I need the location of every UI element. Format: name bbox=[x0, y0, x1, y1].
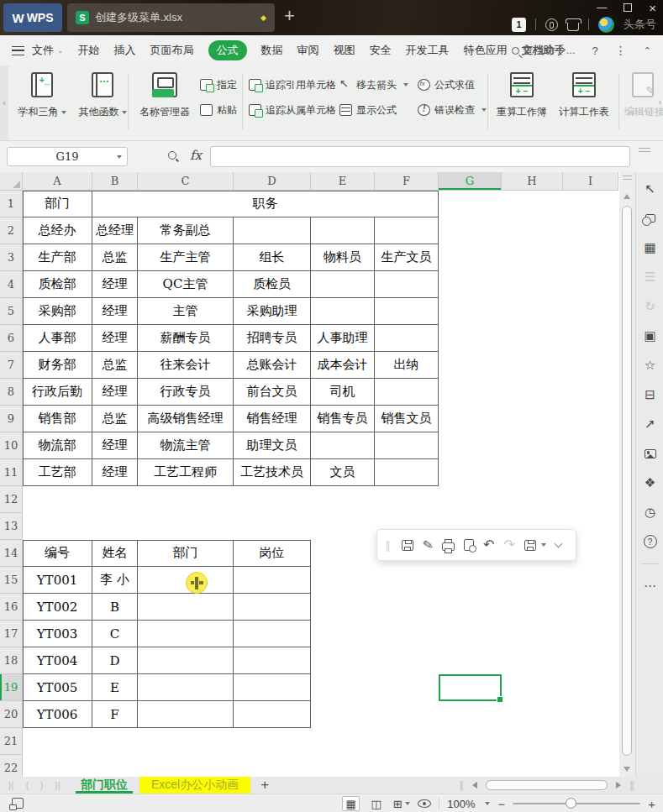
cell-E9[interactable]: 销售专员 bbox=[311, 406, 375, 432]
cell-A3[interactable]: 生产部 bbox=[23, 244, 92, 271]
cell-C7[interactable]: 往来会计 bbox=[138, 352, 234, 379]
cell-E8[interactable]: 司机 bbox=[311, 379, 375, 406]
vertical-scrollbar[interactable] bbox=[619, 172, 635, 777]
star-icon[interactable]: ☆ bbox=[636, 353, 663, 378]
flower-icon[interactable]: ❖ bbox=[636, 470, 663, 495]
cell-C8[interactable]: 行政专员 bbox=[138, 379, 234, 406]
normal-view-icon[interactable]: ▦ bbox=[342, 796, 360, 811]
ribbon-expand-right-icon[interactable]: › bbox=[659, 97, 661, 107]
cell-C5[interactable]: 主管 bbox=[138, 298, 234, 325]
cell-B7[interactable]: 总监 bbox=[92, 352, 138, 379]
cell-C20[interactable] bbox=[138, 701, 234, 728]
cell-E7[interactable]: 成本会计 bbox=[311, 352, 375, 379]
cell-D20[interactable] bbox=[234, 701, 311, 728]
refresh-icon[interactable]: ↻ bbox=[636, 294, 663, 319]
cell-A6[interactable]: 人事部 bbox=[23, 325, 92, 352]
cell-C3[interactable]: 生产主管 bbox=[138, 244, 234, 271]
cell-F2[interactable] bbox=[375, 217, 439, 244]
cell-A17[interactable]: YT003 bbox=[23, 621, 92, 647]
row-header-6[interactable]: 6 bbox=[0, 325, 23, 352]
math-trig-button[interactable]: 学和三角 bbox=[10, 72, 74, 119]
cell-A16[interactable]: YT002 bbox=[23, 594, 92, 621]
notification-badge[interactable]: 1 bbox=[512, 18, 526, 32]
fx-icon[interactable]: fx bbox=[190, 148, 202, 163]
cell-B17[interactable]: C bbox=[92, 621, 138, 647]
cell-B2[interactable]: 总经理 bbox=[92, 217, 138, 244]
error-check-button[interactable]: 错误检查 bbox=[418, 97, 487, 123]
print-icon[interactable] bbox=[442, 542, 455, 551]
cell-D3[interactable]: 组长 bbox=[234, 244, 311, 271]
name-box[interactable]: G19 bbox=[7, 147, 128, 166]
cell-F11[interactable] bbox=[375, 459, 439, 486]
find-command[interactable]: 查找命令... bbox=[512, 43, 576, 58]
scroll-down-icon[interactable] bbox=[624, 767, 630, 772]
row-header-17[interactable]: 17 bbox=[0, 621, 23, 647]
more-dots-icon[interactable]: ⋮ bbox=[615, 44, 627, 57]
row-header-12[interactable]: 12 bbox=[0, 486, 23, 513]
hamburger-menu-icon[interactable] bbox=[12, 46, 24, 55]
split-handle[interactable]: ∥ bbox=[629, 779, 634, 791]
cell-D7[interactable]: 总账会计 bbox=[234, 352, 311, 379]
cell-B19[interactable]: E bbox=[92, 674, 138, 701]
cell-A1[interactable]: 部门 bbox=[23, 191, 92, 217]
scroll-up-icon[interactable] bbox=[624, 194, 630, 199]
zoom-out-button[interactable]: − bbox=[497, 797, 505, 811]
cell-A15[interactable]: YT001 bbox=[23, 567, 92, 594]
menu-tab-审阅[interactable]: 审阅 bbox=[297, 43, 319, 58]
cell-C18[interactable] bbox=[138, 647, 234, 674]
cell-F7[interactable]: 出纳 bbox=[375, 352, 439, 379]
prev-sheet-icon[interactable]: ⟨ bbox=[25, 780, 29, 791]
undo-icon[interactable]: ↶ bbox=[483, 538, 494, 552]
shapes-icon[interactable] bbox=[636, 206, 663, 231]
formula-bar-resize-handle[interactable] bbox=[639, 148, 650, 152]
menu-tab-开发工具[interactable]: 开发工具 bbox=[406, 43, 450, 58]
zoom-slider[interactable] bbox=[513, 803, 640, 804]
cell-A11[interactable]: 工艺部 bbox=[23, 459, 92, 486]
cell-C2[interactable]: 常务副总 bbox=[138, 217, 234, 244]
menu-tab-页面布局[interactable]: 页面布局 bbox=[150, 43, 194, 58]
cell-B4[interactable]: 经理 bbox=[92, 271, 138, 298]
save-icon[interactable] bbox=[402, 540, 413, 551]
column-header-E[interactable]: E bbox=[311, 172, 375, 191]
drag-handle[interactable]: ∥ bbox=[385, 539, 392, 552]
document-tab[interactable]: S 创建多级菜单.xlsx ◆ bbox=[67, 3, 275, 32]
menu-tab-安全[interactable]: 安全 bbox=[370, 43, 392, 58]
print-preview-icon[interactable] bbox=[464, 539, 474, 551]
save-more-button[interactable] bbox=[524, 540, 546, 551]
column-header-F[interactable]: F bbox=[375, 172, 439, 191]
show-formulas-button[interactable]: 显示公式 bbox=[339, 97, 408, 123]
row-header-13[interactable]: 13 bbox=[0, 513, 23, 540]
row-header-19[interactable]: 19 bbox=[0, 674, 23, 701]
cell-E6[interactable]: 人事助理 bbox=[311, 325, 375, 352]
page-layout-view-icon[interactable]: ⊞ bbox=[392, 796, 410, 811]
cell-E11[interactable]: 文员 bbox=[311, 459, 375, 486]
row-header-10[interactable]: 10 bbox=[0, 432, 23, 459]
next-sheet-icon[interactable]: ⟩ bbox=[39, 780, 43, 791]
menu-tab-数据[interactable]: 数据 bbox=[261, 43, 283, 58]
split-handle[interactable]: ∥ bbox=[459, 779, 464, 791]
vertical-scroll-thumb[interactable] bbox=[622, 206, 632, 756]
cell-B9[interactable]: 总监 bbox=[92, 406, 138, 432]
trace-precedents-button[interactable]: 追踪引用单元格 bbox=[249, 72, 336, 97]
cell-E5[interactable] bbox=[311, 298, 375, 325]
more-icon[interactable]: ⋯ bbox=[636, 574, 663, 599]
cell-D2[interactable] bbox=[234, 217, 311, 244]
recalc-workbook-button[interactable]: 重算工作簿 bbox=[491, 72, 553, 119]
cell-F9[interactable]: 销售文员 bbox=[375, 406, 439, 432]
cell-A9[interactable]: 销售部 bbox=[23, 406, 92, 432]
collapse-icon[interactable] bbox=[554, 539, 562, 547]
menu-tab-视图[interactable]: 视图 bbox=[334, 43, 355, 58]
column-header-D[interactable]: D bbox=[234, 172, 311, 191]
cell-B10[interactable]: 经理 bbox=[92, 432, 138, 459]
cell-A5[interactable]: 采购部 bbox=[23, 298, 92, 325]
column-header-I[interactable]: I bbox=[563, 172, 618, 191]
cell-F3[interactable]: 生产文员 bbox=[375, 244, 439, 271]
export-pdf-icon[interactable]: ✎ bbox=[421, 537, 434, 553]
cell-F4[interactable] bbox=[375, 271, 439, 298]
cell-A14[interactable]: 编号 bbox=[23, 540, 92, 567]
cell-A18[interactable]: YT004 bbox=[23, 647, 92, 674]
evaluate-formula-button[interactable]: 公式求值 bbox=[418, 72, 487, 97]
page-break-view-icon[interactable]: ◫ bbox=[367, 796, 385, 811]
sheet-tab-Excel办公小动画[interactable]: Excel办公小动画 bbox=[139, 777, 250, 794]
cell-A10[interactable]: 物流部 bbox=[23, 432, 92, 459]
